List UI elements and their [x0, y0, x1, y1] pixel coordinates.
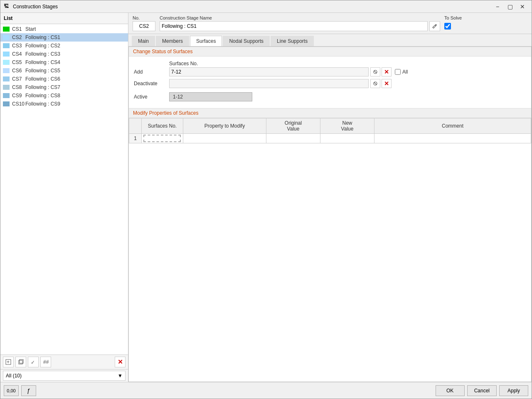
list-item[interactable]: CS4 Following : CS3 [0, 50, 128, 58]
chevron-down-icon: ▼ [118, 373, 123, 379]
renumber-cs-button[interactable]: ## [40, 357, 51, 367]
tab-nodal-supports[interactable]: Nodal Supports [223, 36, 270, 46]
deactivate-clear-button[interactable]: ✕ [382, 79, 392, 88]
deactivate-input[interactable] [169, 79, 369, 88]
window-controls: − ▢ ✕ [492, 2, 528, 11]
cs-no-input[interactable] [133, 21, 155, 31]
bottom-right: OK Cancel Apply [436, 385, 528, 396]
maximize-button[interactable]: ▢ [504, 2, 516, 11]
col-comment-header: Comment [374, 118, 531, 134]
row-number: 1 [129, 134, 142, 143]
tab-surfaces[interactable]: Surfaces [190, 36, 222, 46]
clear-icon: ✕ [384, 80, 389, 87]
cs-number: CS9 [12, 93, 25, 99]
coordinate-button[interactable]: 0,00 [4, 385, 19, 396]
change-status-title: Change Status of Surfaces [129, 47, 531, 57]
delete-icon: ✕ [118, 358, 123, 366]
cs-number: CS10 [12, 101, 25, 107]
cs-name-input[interactable] [160, 21, 428, 31]
cs-number: CS8 [12, 84, 25, 90]
main-content: List CS1 Start CS2 Following : CS1 CS3 [0, 13, 532, 382]
add-select-button[interactable] [370, 67, 380, 76]
cs-color-indicator [3, 93, 10, 98]
minimize-button[interactable]: − [492, 2, 503, 11]
add-clear-button[interactable]: ✕ [382, 67, 392, 76]
delete-cs-button[interactable]: ✕ [115, 357, 126, 367]
list-item[interactable]: CS10 Following : CS9 [0, 100, 128, 108]
list-item[interactable]: CS7 Following : CS6 [0, 75, 128, 83]
check-cs-button[interactable]: ✓ [28, 357, 39, 367]
row-property-cell [183, 134, 266, 143]
cs-number: CS6 [12, 68, 25, 74]
svg-text:✓: ✓ [31, 360, 35, 365]
cancel-button[interactable]: Cancel [467, 385, 497, 396]
list-item[interactable]: CS5 Following : CS4 [0, 58, 128, 66]
cs-name: Following : CS8 [25, 93, 60, 99]
cs-no-section: No. [133, 15, 155, 31]
row-original-cell [266, 134, 320, 143]
active-row: Active 1-12 [134, 92, 526, 101]
filter-bar: All (10) ▼ [0, 369, 128, 382]
cs-name-label: Construction Stage Name [160, 15, 440, 20]
to-solve-label: To Solve [444, 15, 527, 20]
list-item[interactable]: CS8 Following : CS7 [0, 83, 128, 91]
col-surfaces-header: Surfaces No. [142, 118, 183, 134]
left-panel: List CS1 Start CS2 Following : CS1 CS3 [0, 13, 128, 382]
active-value: 1-12 [169, 92, 252, 101]
add-row: Add ✕ All [134, 67, 526, 76]
all-checkbox-label: All [402, 69, 408, 75]
all-dropdown[interactable]: All (10) ▼ [3, 371, 126, 381]
cs-name: Following : CS2 [25, 43, 60, 49]
cs-color-indicator [3, 60, 10, 65]
surfaces-no-cell-input[interactable] [143, 135, 181, 142]
cs-number: CS1 [12, 26, 25, 32]
cs-number: CS3 [12, 43, 25, 49]
list-item[interactable]: CS6 Following : CS5 [0, 66, 128, 75]
col-row-header [129, 118, 142, 134]
cs-number: CS5 [12, 59, 25, 65]
list-item[interactable]: CS1 Start [0, 25, 128, 33]
cs-name: Start [25, 26, 36, 32]
deactivate-select-button[interactable] [370, 79, 380, 88]
tab-bar: Main Members Surfaces Nodal Supports Lin… [128, 34, 532, 47]
row-comment-cell [374, 134, 531, 143]
window-icon: 🏗 [4, 3, 10, 10]
cs-name: Following : CS1 [25, 34, 60, 40]
apply-button[interactable]: Apply [499, 385, 528, 396]
main-window: 🏗 Construction Stages − ▢ ✕ List CS1 Sta… [0, 0, 532, 399]
cs-number: CS4 [12, 51, 25, 57]
cs-name: Following : CS3 [25, 51, 60, 57]
change-status-form: Surfaces No. Add ✕ [129, 57, 531, 108]
modify-properties-table: Surfaces No. Property to Modify Original… [129, 118, 531, 143]
table-row: 1 [129, 134, 531, 143]
col-new-header: NewValue [320, 118, 374, 134]
svg-rect-3 [20, 360, 23, 363]
cs-color-indicator [3, 85, 10, 90]
tab-main[interactable]: Main [132, 36, 155, 46]
all-checkbox-row: All [395, 69, 408, 75]
ok-button[interactable]: OK [436, 385, 465, 396]
formula-button[interactable]: ƒ [21, 385, 36, 396]
cs-name-edit-button[interactable] [429, 21, 440, 31]
cs-name: Following : CS7 [25, 84, 60, 90]
col-property-header: Property to Modify [183, 118, 266, 134]
list-item[interactable]: CS2 Following : CS1 [0, 33, 128, 42]
bottom-left: 0,00 ƒ [4, 385, 36, 396]
to-solve-checkbox[interactable] [444, 23, 451, 30]
copy-cs-button[interactable] [15, 357, 26, 367]
add-input[interactable] [169, 67, 369, 76]
list-item[interactable]: CS9 Following : CS8 [0, 91, 128, 100]
svg-line-7 [374, 71, 377, 73]
cs-name-row [160, 21, 440, 31]
add-cs-button[interactable]: + [3, 357, 14, 367]
surfaces-no-column-label: Surfaces No. [169, 61, 198, 66]
cs-color-indicator [3, 101, 10, 106]
list-item[interactable]: CS3 Following : CS2 [0, 42, 128, 50]
title-bar: 🏗 Construction Stages − ▢ ✕ [0, 0, 532, 13]
tab-members[interactable]: Members [156, 36, 189, 46]
tab-line-supports[interactable]: Line Supports [271, 36, 314, 46]
cs-color-indicator [3, 52, 10, 57]
cs-color-indicator [3, 76, 10, 81]
close-button[interactable]: ✕ [517, 2, 528, 11]
all-checkbox[interactable] [395, 69, 401, 75]
